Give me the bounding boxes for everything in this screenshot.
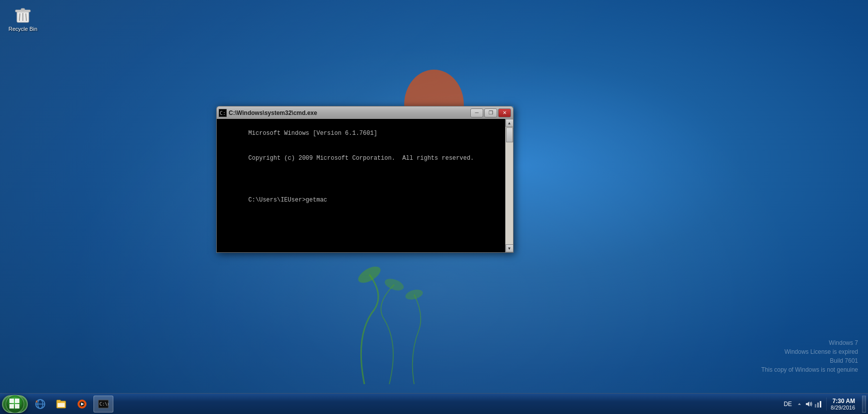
svg-rect-18 <box>9 404 14 409</box>
recycle-bin-label: Recycle Bin <box>8 26 37 32</box>
cmd-content-area: Microsoft Windows [Version 6.1.7601] Cop… <box>216 119 514 253</box>
svg-rect-17 <box>15 399 19 403</box>
cmd-line4: C:\Users\IEUser>getmac <box>249 197 327 204</box>
cmd-window: C:\ C:\Windows\system32\cmd.exe ─ ❒ ✕ Mi… <box>216 106 514 253</box>
recycle-bin-icon[interactable]: Recycle Bin <box>5 2 41 34</box>
svg-text:e: e <box>36 400 38 403</box>
close-button[interactable]: ✕ <box>498 108 511 117</box>
svg-text:C:\: C:\ <box>220 110 226 116</box>
network-icon[interactable] <box>814 400 822 408</box>
taskbar-item-explorer[interactable] <box>52 396 71 413</box>
watermark-line2: Windows License is expired <box>761 347 858 356</box>
svg-rect-26 <box>58 403 65 407</box>
restore-button[interactable]: ❒ <box>484 108 497 117</box>
svg-rect-12 <box>21 8 25 10</box>
svg-line-8 <box>19 13 20 21</box>
cmd-line2: Copyright (c) 2009 Microsoft Corporation… <box>249 155 474 162</box>
start-button[interactable] <box>2 395 28 413</box>
watermark-line3: Build 7601 <box>761 356 858 365</box>
taskbar-item-cmd[interactable]: C:\> <box>93 396 113 413</box>
clock-date: 8/29/2016 <box>831 405 855 411</box>
scroll-up-arrow[interactable]: ▲ <box>506 119 514 127</box>
tray-expand-icon[interactable] <box>795 400 803 408</box>
show-desktop-button[interactable] <box>862 396 866 413</box>
volume-icon[interactable] <box>805 400 813 408</box>
watermark-line1: Windows 7 <box>761 338 858 347</box>
desktop: Recycle Bin C:\ C:\Windows\system32\cmd.… <box>0 0 868 414</box>
svg-rect-16 <box>9 399 14 403</box>
svg-point-4 <box>355 263 383 286</box>
cmd-output[interactable]: Microsoft Windows [Version 6.1.7601] Cop… <box>217 119 505 252</box>
clock-time: 7:30 AM <box>832 398 855 405</box>
scrollbar-track[interactable] <box>506 127 513 244</box>
scroll-down-arrow[interactable]: ▼ <box>506 244 514 252</box>
svg-point-5 <box>383 277 405 293</box>
svg-rect-34 <box>815 404 816 408</box>
language-indicator[interactable]: DE <box>781 401 794 408</box>
system-tray: DE <box>780 396 866 413</box>
cmd-titlebar[interactable]: C:\ C:\Windows\system32\cmd.exe ─ ❒ ✕ <box>216 106 514 119</box>
svg-rect-19 <box>15 404 19 409</box>
taskbar: e C:\> <box>0 393 868 414</box>
svg-rect-25 <box>57 400 61 402</box>
svg-text:C:\>: C:\> <box>99 402 109 407</box>
taskbar-item-mediaplayer[interactable] <box>73 396 91 413</box>
svg-rect-36 <box>820 401 821 408</box>
svg-line-10 <box>26 13 26 21</box>
grass-decoration <box>315 235 613 384</box>
minimize-button[interactable]: ─ <box>470 108 483 117</box>
recycle-bin-image <box>13 4 33 24</box>
cmd-icon: C:\ <box>219 109 227 117</box>
window-controls: ─ ❒ ✕ <box>470 108 511 117</box>
clock-area[interactable]: 7:30 AM 8/29/2016 <box>826 398 859 411</box>
taskbar-item-ie[interactable]: e <box>31 396 50 413</box>
svg-point-6 <box>404 288 424 302</box>
cmd-scrollbar[interactable]: ▲ ▼ <box>505 119 513 252</box>
cmd-line1: Microsoft Windows [Version 6.1.7601] <box>249 130 377 137</box>
windows-watermark: Windows 7 Windows License is expired Bui… <box>761 338 858 374</box>
notification-area: DE <box>780 400 824 408</box>
svg-marker-33 <box>806 402 809 407</box>
svg-marker-32 <box>798 403 801 405</box>
scrollbar-thumb[interactable] <box>506 127 513 142</box>
svg-rect-35 <box>817 403 819 408</box>
cmd-title: C:\Windows\system32\cmd.exe <box>229 109 470 116</box>
watermark-line4: This copy of Windows is not genuine <box>761 365 858 374</box>
